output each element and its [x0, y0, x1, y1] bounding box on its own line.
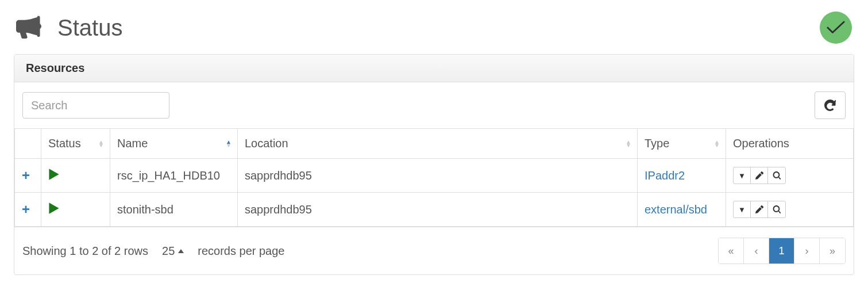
- play-icon: [48, 168, 60, 181]
- expand-row-button[interactable]: +: [22, 201, 30, 217]
- edit-button[interactable]: [751, 201, 768, 217]
- name-cell: rsc_ip_HA1_HDB10: [110, 159, 238, 193]
- search-input[interactable]: [22, 92, 169, 119]
- page-size-dropdown[interactable]: 25: [162, 245, 184, 258]
- status-cell: [41, 193, 110, 227]
- sort-icon: ▲▼: [98, 140, 104, 147]
- page-first-button[interactable]: «: [719, 238, 744, 264]
- details-button[interactable]: [768, 167, 785, 184]
- column-type[interactable]: Type ▲▼: [638, 129, 726, 159]
- svg-marker-0: [49, 169, 59, 180]
- showing-rows-text: Showing 1 to 2 of 2 rows: [22, 245, 148, 258]
- column-operations-label: Operations: [733, 137, 789, 150]
- magnifier-icon: [773, 205, 781, 213]
- status-cell: [41, 159, 110, 193]
- operations-group: ▼: [733, 201, 786, 218]
- column-location-label: Location: [245, 137, 288, 150]
- page-next-button[interactable]: ›: [794, 238, 820, 264]
- page-size-value: 25: [162, 245, 175, 258]
- caret-down-icon: ▼: [738, 171, 746, 180]
- operations-group: ▼: [733, 167, 786, 184]
- table-row: + rsc_ip_HA1_HDB10 sapprdhdb95 IPaddr2 ▼: [15, 159, 854, 193]
- page-title: Status: [57, 15, 122, 41]
- column-status[interactable]: Status ▲▼: [41, 129, 110, 159]
- pencil-icon: [755, 205, 763, 213]
- caret-down-icon: ▼: [738, 205, 746, 214]
- column-name[interactable]: Name ▲▼: [110, 129, 238, 159]
- operations-menu-button[interactable]: ▼: [734, 201, 751, 217]
- table-row: + stonith-sbd sapprdhdb95 external/sbd ▼: [15, 193, 854, 227]
- type-link[interactable]: external/sbd: [645, 203, 707, 216]
- pagination: « ‹ 1 › »: [718, 238, 846, 264]
- page-last-button[interactable]: »: [820, 238, 845, 264]
- name-cell: stonith-sbd: [110, 193, 238, 227]
- column-expand: [15, 129, 41, 159]
- records-per-page-label: records per page: [198, 245, 284, 258]
- play-icon: [48, 202, 60, 215]
- bullhorn-icon: [16, 16, 41, 40]
- edit-button[interactable]: [751, 167, 768, 184]
- check-icon: [826, 20, 846, 36]
- column-name-label: Name: [117, 137, 148, 150]
- cluster-ok-badge: [820, 12, 852, 44]
- resources-panel: Resources Status ▲▼ Name ▲▼: [14, 54, 854, 275]
- column-location[interactable]: Location ▲▼: [238, 129, 638, 159]
- refresh-button[interactable]: [815, 91, 846, 119]
- sort-icon: ▲▼: [714, 140, 720, 147]
- page-prev-button[interactable]: ‹: [744, 238, 769, 264]
- column-type-label: Type: [645, 137, 669, 150]
- operations-menu-button[interactable]: ▼: [734, 167, 751, 184]
- column-operations: Operations: [726, 129, 854, 159]
- page-number-button[interactable]: 1: [769, 238, 794, 264]
- magnifier-icon: [773, 171, 781, 180]
- location-cell: sapprdhdb95: [238, 159, 638, 193]
- resources-table: Status ▲▼ Name ▲▼ Location ▲▼ Type ▲▼ Op…: [14, 128, 854, 227]
- details-button[interactable]: [768, 201, 785, 217]
- location-cell: sapprdhdb95: [238, 193, 638, 227]
- sort-icon: ▲▼: [226, 140, 232, 147]
- pencil-icon: [755, 171, 763, 180]
- caret-up-icon: [178, 249, 184, 253]
- column-status-label: Status: [48, 137, 81, 150]
- panel-title: Resources: [14, 55, 854, 82]
- svg-marker-1: [49, 203, 59, 214]
- sort-icon: ▲▼: [626, 140, 631, 147]
- refresh-icon: [824, 100, 836, 111]
- expand-row-button[interactable]: +: [22, 167, 30, 183]
- type-link[interactable]: IPaddr2: [645, 169, 685, 182]
